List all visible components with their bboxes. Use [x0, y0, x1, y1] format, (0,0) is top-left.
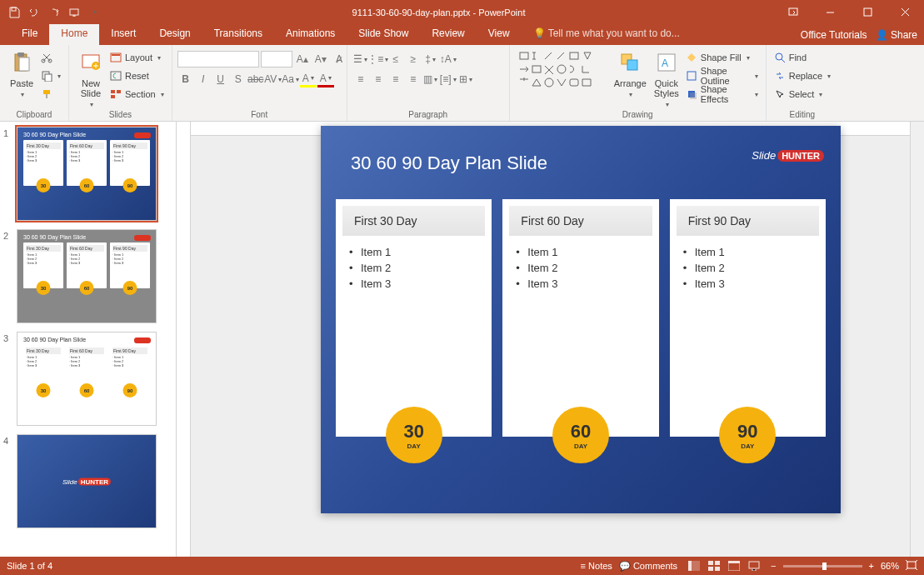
- group-paragraph: ☰ ⋮≡ ≤ ≥ ‡ ↕A ≡ ≡ ≡ ≡ ▥ [≡] ⊞ Paragraph: [347, 45, 510, 121]
- maximize-button[interactable]: [849, 0, 887, 24]
- slide-column[interactable]: First 30 DayItem 1Item 2Item 330DAY: [336, 199, 492, 437]
- change-case-button[interactable]: Aa: [282, 71, 299, 88]
- tab-file[interactable]: File: [10, 24, 49, 45]
- thumbnail-slide-1[interactable]: 130 60 90 Day Plan SlideFirst 30 Day· It…: [3, 127, 176, 221]
- tab-home[interactable]: Home: [49, 24, 99, 45]
- zoom-in-button[interactable]: +: [869, 561, 874, 571]
- increase-font-button[interactable]: A▴: [294, 51, 311, 68]
- format-painter-button[interactable]: [41, 86, 61, 102]
- section-button[interactable]: Section: [110, 86, 164, 102]
- replace-button[interactable]: Replace: [774, 68, 831, 84]
- align-left-button[interactable]: ≡: [352, 71, 369, 88]
- align-right-button[interactable]: ≡: [387, 71, 404, 88]
- align-text-button[interactable]: [≡]: [440, 71, 457, 88]
- tab-view[interactable]: View: [477, 24, 522, 45]
- font-color-button[interactable]: A: [317, 71, 334, 88]
- shadow-button[interactable]: S: [230, 71, 247, 88]
- slide-sorter-view-button[interactable]: [704, 558, 724, 574]
- svg-rect-22: [532, 66, 541, 72]
- tab-slideshow[interactable]: Slide Show: [347, 24, 420, 45]
- svg-point-23: [557, 65, 566, 73]
- svg-rect-15: [112, 54, 120, 56]
- slide-editor[interactable]: 30 60 90 Day Plan Slide SlideHUNTER Firs…: [321, 126, 841, 513]
- text-direction-button[interactable]: ↕A: [440, 51, 457, 68]
- tell-me-search[interactable]: 💡 Tell me what you want to do...: [522, 24, 692, 45]
- slide-counter[interactable]: Slide 1 of 4: [7, 561, 52, 571]
- group-slides: New Slide Layout Reset Section Slides: [69, 45, 172, 121]
- group-clipboard: Paste Clipboard: [0, 45, 69, 121]
- shape-fill-button[interactable]: Shape Fill: [686, 49, 758, 66]
- svg-rect-0: [12, 8, 16, 11]
- share-button[interactable]: 👤 Share: [876, 29, 917, 41]
- clear-formatting-button[interactable]: A̷: [331, 51, 347, 68]
- underline-button[interactable]: U: [212, 71, 229, 88]
- paste-button[interactable]: Paste: [5, 48, 38, 100]
- quick-styles-button[interactable]: A Quick Styles: [650, 48, 683, 110]
- line-spacing-button[interactable]: ‡: [422, 51, 439, 68]
- svg-rect-30: [687, 72, 696, 80]
- shapes-gallery[interactable]: [515, 48, 611, 102]
- tab-review[interactable]: Review: [420, 24, 476, 45]
- undo-button[interactable]: [25, 3, 43, 22]
- redo-button[interactable]: [45, 3, 63, 22]
- thumbnail-slide-2[interactable]: 230 60 90 Day Plan SlideFirst 30 Day· It…: [3, 229, 176, 323]
- thumbnail-slide-4[interactable]: 4SlideHUNTER: [3, 434, 176, 528]
- new-slide-button[interactable]: New Slide: [74, 48, 107, 110]
- zoom-out-button[interactable]: −: [771, 561, 776, 571]
- align-center-button[interactable]: ≡: [370, 71, 387, 88]
- reset-button[interactable]: Reset: [110, 68, 164, 84]
- shape-outline-button[interactable]: Shape Outline: [686, 68, 758, 84]
- font-size-combo[interactable]: [261, 51, 292, 68]
- reading-view-button[interactable]: [724, 558, 744, 574]
- strikethrough-button[interactable]: abc: [247, 71, 264, 88]
- smartart-button[interactable]: ⊞: [457, 71, 474, 88]
- svg-rect-27: [627, 60, 637, 70]
- vertical-scrollbar[interactable]: [910, 122, 924, 557]
- font-family-combo[interactable]: [177, 51, 259, 68]
- slide-logo: SlideHUNTER: [752, 149, 824, 162]
- svg-rect-36: [708, 561, 713, 565]
- justify-button[interactable]: ≡: [405, 71, 422, 88]
- svg-rect-39: [715, 567, 720, 571]
- tab-transitions[interactable]: Transitions: [202, 24, 274, 45]
- cut-button[interactable]: [41, 49, 61, 66]
- svg-rect-37: [715, 561, 720, 565]
- save-button[interactable]: [5, 3, 23, 22]
- bullets-button[interactable]: ☰: [352, 51, 369, 68]
- bold-button[interactable]: B: [177, 71, 194, 88]
- decrease-font-button[interactable]: A▾: [312, 51, 329, 68]
- fit-to-window-button[interactable]: [906, 560, 917, 572]
- columns-button[interactable]: ▥: [422, 71, 439, 88]
- char-spacing-button[interactable]: AV: [265, 71, 282, 88]
- font-highlight-button[interactable]: A: [300, 71, 317, 88]
- zoom-slider[interactable]: [783, 565, 862, 568]
- zoom-level[interactable]: 66%: [881, 561, 899, 571]
- increase-indent-button[interactable]: ≥: [405, 51, 422, 68]
- normal-view-button[interactable]: [684, 558, 704, 574]
- italic-button[interactable]: I: [195, 71, 212, 88]
- slide-column[interactable]: First 60 DayItem 1Item 2Item 360DAY: [502, 199, 658, 437]
- close-button[interactable]: [887, 0, 924, 24]
- numbering-button[interactable]: ⋮≡: [370, 51, 387, 68]
- qat-customize-button[interactable]: [85, 3, 103, 22]
- tab-animations[interactable]: Animations: [274, 24, 347, 45]
- layout-button[interactable]: Layout: [110, 49, 164, 66]
- shape-effects-button[interactable]: Shape Effects: [686, 86, 758, 102]
- select-button[interactable]: Select: [774, 86, 831, 102]
- start-from-beginning-button[interactable]: [65, 3, 83, 22]
- slide-thumbnails-pane[interactable]: 130 60 90 Day Plan SlideFirst 30 Day· It…: [0, 122, 177, 557]
- thumbnail-slide-3[interactable]: 330 60 90 Day Plan SlideFirst 30 Day· It…: [3, 332, 176, 426]
- office-tutorials-link[interactable]: Office Tutorials: [801, 29, 867, 41]
- find-button[interactable]: Find: [774, 49, 831, 66]
- ribbon-display-options[interactable]: [774, 0, 812, 24]
- slide-column[interactable]: First 90 DayItem 1Item 2Item 390DAY: [670, 199, 826, 437]
- tab-design[interactable]: Design: [147, 24, 202, 45]
- decrease-indent-button[interactable]: ≤: [387, 51, 404, 68]
- comments-button[interactable]: 💬 Comments: [619, 561, 677, 572]
- notes-button[interactable]: ≡ Notes: [581, 561, 612, 571]
- tab-insert[interactable]: Insert: [99, 24, 147, 45]
- minimize-button[interactable]: [812, 0, 849, 24]
- arrange-button[interactable]: Arrange: [611, 48, 650, 100]
- slideshow-view-button[interactable]: [744, 558, 764, 574]
- copy-button[interactable]: [41, 68, 61, 84]
